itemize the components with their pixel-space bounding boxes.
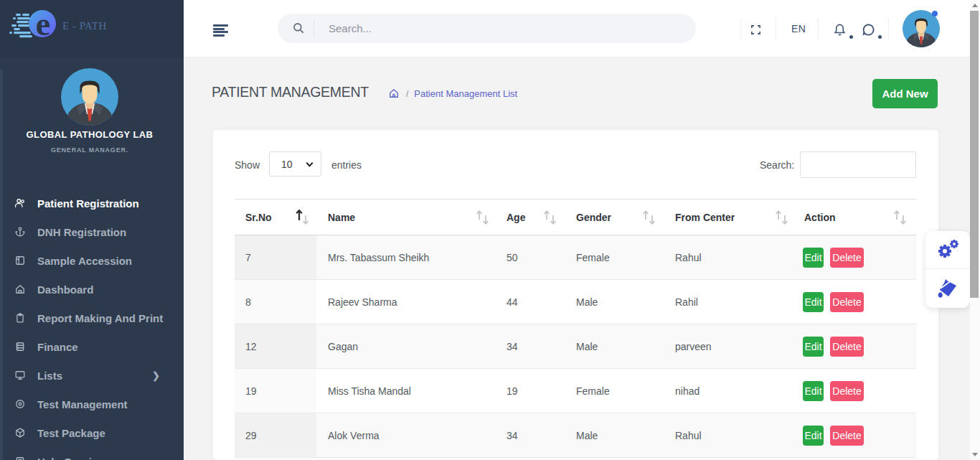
- svg-text:e: e: [36, 9, 50, 42]
